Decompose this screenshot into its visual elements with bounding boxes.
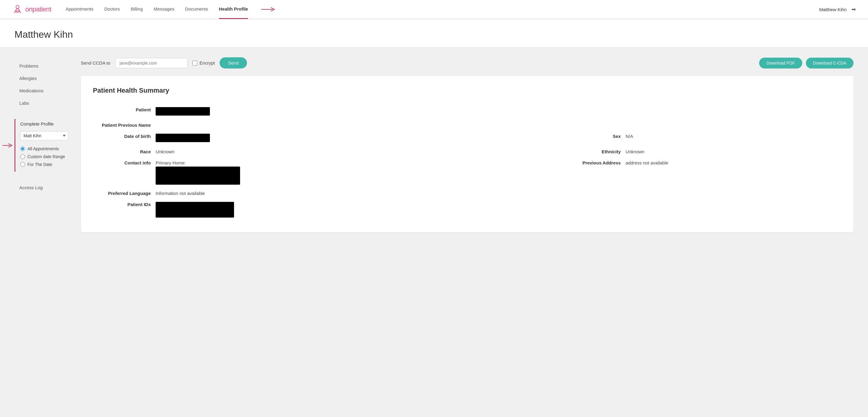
download-pdf-button[interactable]: Download PDF xyxy=(759,58,802,68)
summary-table: Patient Patient Previous Name xyxy=(93,104,841,221)
language-value: Information not available xyxy=(153,188,563,199)
table-row: Patient IDs xyxy=(93,199,841,221)
logo-icon xyxy=(12,4,23,15)
dob-redacted xyxy=(156,134,210,142)
table-row: Contact info Primary Home: Previous Addr… xyxy=(93,157,841,188)
patient-field-label: Patient xyxy=(93,104,153,119)
filter-date-label: For The Date xyxy=(27,162,52,167)
sidebar: Problems Allergies Medications Labs Comp… xyxy=(14,57,81,407)
sidebar-item-problems[interactable]: Problems xyxy=(14,60,81,72)
filter-for-date[interactable]: For The Date xyxy=(20,162,68,167)
encrypt-label: Encrypt xyxy=(200,60,215,65)
patient-ids-redacted xyxy=(156,202,234,217)
navbar-right: Matthew Kihn ➡ xyxy=(819,6,856,13)
filter-custom-date[interactable]: Custom date Range xyxy=(20,154,68,159)
logo-text: onpatient xyxy=(25,5,51,13)
navbar-username: Matthew Kihn xyxy=(819,7,846,12)
ccda-row: Send CCDA to Encrypt Send Download PDF D… xyxy=(81,57,854,68)
patient-ids-value xyxy=(153,199,563,221)
ccda-label: Send CCDA to xyxy=(81,60,111,65)
health-profile-arrow xyxy=(261,0,276,19)
language-label: Preferred Language xyxy=(93,188,153,199)
contact-value: Primary Home: xyxy=(153,157,563,188)
send-button[interactable]: Send xyxy=(220,57,247,68)
sidebar-item-medications[interactable]: Medications xyxy=(14,85,81,97)
ccda-email-input[interactable] xyxy=(115,58,188,68)
race-label: Race xyxy=(93,146,153,157)
sex-value: N/A xyxy=(623,131,841,146)
contact-label: Contact info xyxy=(93,157,153,188)
content-area: Problems Allergies Medications Labs Comp… xyxy=(0,48,868,416)
ethnicity-value: Unknown xyxy=(623,146,841,157)
complete-profile-arrow xyxy=(2,143,13,148)
download-buttons: Download PDF Download C-CDA xyxy=(759,58,854,68)
nav-doctors[interactable]: Doctors xyxy=(104,0,120,19)
main-content: Send CCDA to Encrypt Send Download PDF D… xyxy=(81,57,854,407)
encrypt-checkbox[interactable] xyxy=(192,61,197,65)
page-title: Matthew Kihn xyxy=(14,29,854,40)
table-row: Race Unknown Ethnicity Unknown xyxy=(93,146,841,157)
encrypt-checkbox-label[interactable]: Encrypt xyxy=(192,60,215,65)
previous-name-value xyxy=(153,119,563,131)
table-row: Patient xyxy=(93,104,841,119)
prev-address-label: Previous Address xyxy=(563,157,623,188)
dob-label: Date of birth xyxy=(93,131,153,146)
filter-all-label: All Appointments xyxy=(27,146,59,151)
nav-messages[interactable]: Messages xyxy=(154,0,174,19)
sex-label: Sex xyxy=(563,131,623,146)
complete-profile-label[interactable]: Complete Profile xyxy=(20,119,68,129)
sidebar-item-labs[interactable]: Labs xyxy=(14,97,81,109)
nav-health-profile[interactable]: Health Profile xyxy=(219,0,248,19)
table-row: Patient Previous Name xyxy=(93,119,841,131)
appointment-filter-group: All Appointments Custom date Range For T… xyxy=(20,146,68,167)
health-summary-card: Patient Health Summary Patient Patient P… xyxy=(81,76,854,232)
previous-name-label: Patient Previous Name xyxy=(93,119,153,131)
table-row: Date of birth Sex N/A xyxy=(93,131,841,146)
download-ccda-button[interactable]: Download C-CDA xyxy=(806,58,854,68)
logo-link[interactable]: onpatient xyxy=(12,4,51,15)
nav-appointments[interactable]: Appointments xyxy=(66,0,93,19)
filter-custom-label: Custom date Range xyxy=(27,154,65,159)
svg-point-0 xyxy=(16,5,19,8)
address-redacted xyxy=(156,167,240,185)
prev-address-value: address not available xyxy=(623,157,841,188)
navbar: onpatient Appointments Doctors Billing M… xyxy=(0,0,868,19)
table-row: Preferred Language Information not avail… xyxy=(93,188,841,199)
sidebar-item-allergies[interactable]: Allergies xyxy=(14,72,81,85)
filter-all-appointments[interactable]: All Appointments xyxy=(20,146,68,151)
logout-icon[interactable]: ➡ xyxy=(851,6,856,13)
patient-ids-label: Patient IDs xyxy=(93,199,153,221)
race-value: Unknown xyxy=(153,146,563,157)
navbar-links: Appointments Doctors Billing Messages Do… xyxy=(66,0,819,19)
dob-value xyxy=(153,131,563,146)
sidebar-item-access-log[interactable]: Access Log xyxy=(14,181,81,194)
summary-title: Patient Health Summary xyxy=(93,87,841,94)
patient-field-value xyxy=(153,104,563,119)
patient-select[interactable]: Matt Kihn xyxy=(20,131,68,140)
complete-profile-section: Complete Profile Matt Kihn All Appointme… xyxy=(14,119,68,172)
nav-documents[interactable]: Documents xyxy=(185,0,208,19)
nav-billing[interactable]: Billing xyxy=(131,0,143,19)
ethnicity-label: Ethnicity xyxy=(563,146,623,157)
patient-name-redacted xyxy=(156,107,210,116)
page-header: Matthew Kihn xyxy=(0,19,868,48)
